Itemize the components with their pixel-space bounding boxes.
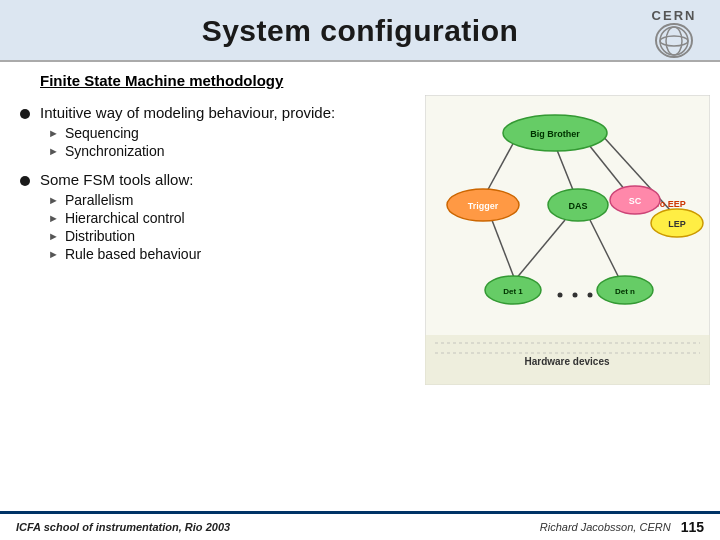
right-column: To EEP Big Brother Trigger DAS SC L (420, 100, 720, 511)
sub-text-hierarchical: Hierarchical control (65, 210, 185, 226)
sub-text-synchronization: Synchronization (65, 143, 165, 159)
bullet-dot-1 (20, 109, 30, 119)
svg-point-14 (588, 293, 593, 298)
svg-point-0 (660, 27, 688, 55)
bullet-1-content: Intuitive way of modeling behaviour, pro… (40, 104, 410, 161)
bullet-2-content: Some FSM tools allow: ► Parallelism ► Hi… (40, 171, 410, 264)
bullet-2-main: Some FSM tools allow: (40, 171, 410, 188)
list-item: ► Synchronization (48, 143, 410, 159)
svg-text:Det 1: Det 1 (503, 287, 523, 296)
arrow-icon-5: ► (48, 230, 59, 242)
svg-point-13 (573, 293, 578, 298)
main-content: Intuitive way of modeling behaviour, pro… (0, 96, 720, 511)
cern-circle (655, 23, 693, 58)
arrow-icon-2: ► (48, 145, 59, 157)
arrow-icon-3: ► (48, 194, 59, 206)
cern-logo: CERN (644, 8, 704, 58)
fsm-diagram: To EEP Big Brother Trigger DAS SC L (425, 95, 710, 385)
cern-label: CERN (652, 8, 697, 23)
left-column: Intuitive way of modeling behaviour, pro… (0, 100, 420, 511)
page-number: 115 (681, 519, 704, 535)
list-item: ► Parallelism (48, 192, 410, 208)
list-item: ► Sequencing (48, 125, 410, 141)
subtitle: Finite State Machine methodology (40, 72, 283, 89)
svg-point-1 (666, 27, 682, 55)
slide-title: System configuration (202, 14, 519, 47)
sub-text-rule: Rule based behaviour (65, 246, 201, 262)
slide: System configuration CERN Finite State M… (0, 0, 720, 540)
bullet-2: Some FSM tools allow: ► Parallelism ► Hi… (20, 171, 410, 264)
footer: ICFA school of instrumentation, Rio 2003… (0, 511, 720, 540)
svg-text:Big Brother: Big Brother (530, 129, 580, 139)
svg-point-12 (558, 293, 563, 298)
sub-text-distribution: Distribution (65, 228, 135, 244)
arrow-icon-4: ► (48, 212, 59, 224)
arrow-icon-6: ► (48, 248, 59, 260)
header: System configuration CERN (0, 0, 720, 62)
bullet-1-main: Intuitive way of modeling behaviour, pro… (40, 104, 410, 121)
list-item: ► Distribution (48, 228, 410, 244)
list-item: ► Rule based behaviour (48, 246, 410, 262)
bullet-1: Intuitive way of modeling behaviour, pro… (20, 104, 410, 161)
svg-text:Hardware devices: Hardware devices (524, 356, 609, 367)
arrow-icon-1: ► (48, 127, 59, 139)
footer-conference: ICFA school of instrumentation, Rio 2003 (16, 521, 230, 533)
svg-text:Det n: Det n (615, 287, 635, 296)
sub-text-parallelism: Parallelism (65, 192, 133, 208)
bullet-1-subitems: ► Sequencing ► Synchronization (40, 125, 410, 159)
svg-text:LEP: LEP (668, 219, 686, 229)
bullet-dot-2 (20, 176, 30, 186)
sub-text-sequencing: Sequencing (65, 125, 139, 141)
fsm-svg: To EEP Big Brother Trigger DAS SC L (425, 95, 710, 385)
svg-point-2 (660, 36, 688, 46)
list-item: ► Hierarchical control (48, 210, 410, 226)
subtitle-bar: Finite State Machine methodology (0, 62, 720, 96)
bullet-2-subitems: ► Parallelism ► Hierarchical control ► D… (40, 192, 410, 262)
footer-right: Richard Jacobsson, CERN 115 (540, 519, 704, 535)
svg-text:DAS: DAS (568, 201, 587, 211)
footer-author: Richard Jacobsson, CERN (540, 521, 671, 533)
svg-text:Trigger: Trigger (468, 201, 499, 211)
svg-text:SC: SC (629, 196, 642, 206)
